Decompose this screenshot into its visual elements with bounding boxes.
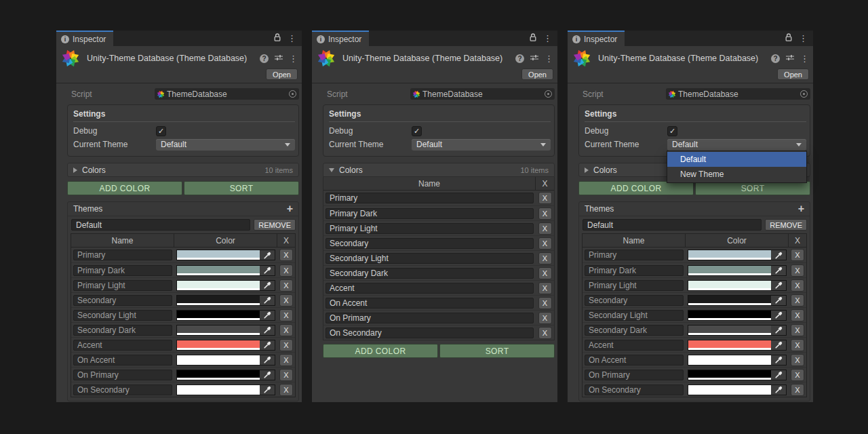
presets-icon[interactable] bbox=[785, 54, 795, 64]
script-object-field[interactable]: ThemeDatabase bbox=[155, 88, 299, 100]
current-theme-dropdown[interactable]: Default bbox=[667, 139, 806, 151]
lock-icon[interactable] bbox=[273, 33, 281, 44]
color-swatch[interactable] bbox=[688, 310, 787, 321]
color-name-input[interactable]: Accent bbox=[73, 340, 172, 351]
color-name-input[interactable]: Secondary Light bbox=[326, 253, 534, 264]
object-picker-icon[interactable] bbox=[289, 90, 296, 98]
color-name-input[interactable]: On Primary bbox=[326, 313, 534, 323]
color-swatch[interactable] bbox=[176, 280, 275, 291]
eyedropper-icon[interactable] bbox=[771, 326, 786, 335]
color-name-input[interactable]: Primary bbox=[585, 250, 684, 260]
delete-color-button[interactable]: X bbox=[791, 354, 804, 366]
color-name-input[interactable]: On Accent bbox=[585, 355, 684, 366]
kebab-menu-icon[interactable] bbox=[543, 34, 552, 43]
kebab-menu-icon[interactable] bbox=[800, 54, 809, 63]
color-name-input[interactable]: Secondary Light bbox=[585, 310, 684, 321]
eyedropper-icon[interactable] bbox=[771, 250, 786, 260]
delete-color-button[interactable]: X bbox=[791, 279, 804, 292]
add-theme-icon[interactable] bbox=[798, 203, 804, 214]
delete-color-button[interactable]: X bbox=[538, 282, 552, 294]
delete-color-button[interactable]: X bbox=[791, 384, 804, 396]
color-name-input[interactable]: Secondary bbox=[73, 295, 172, 306]
current-theme-dropdown[interactable]: Default bbox=[156, 139, 295, 151]
debug-checkbox[interactable] bbox=[156, 126, 166, 136]
eyedropper-icon[interactable] bbox=[260, 355, 275, 365]
color-name-input[interactable]: On Secondary bbox=[585, 384, 684, 395]
eyedropper-icon[interactable] bbox=[260, 281, 275, 290]
eyedropper-icon[interactable] bbox=[771, 311, 786, 320]
help-icon[interactable] bbox=[260, 54, 269, 63]
eyedropper-icon[interactable] bbox=[260, 370, 275, 380]
color-swatch[interactable] bbox=[688, 295, 787, 306]
color-swatch[interactable] bbox=[688, 384, 787, 395]
eyedropper-icon[interactable] bbox=[771, 281, 786, 290]
color-swatch[interactable] bbox=[688, 370, 787, 380]
sort-button[interactable]: SORT bbox=[184, 181, 299, 195]
color-name-input[interactable]: Secondary Light bbox=[73, 310, 172, 321]
delete-color-button[interactable]: X bbox=[791, 294, 804, 307]
lock-icon[interactable] bbox=[529, 33, 537, 44]
open-button[interactable]: Open bbox=[521, 68, 553, 80]
eyedropper-icon[interactable] bbox=[771, 385, 786, 395]
script-object-field[interactable]: ThemeDatabase bbox=[666, 88, 810, 100]
remove-theme-button[interactable]: REMOVE bbox=[765, 219, 807, 231]
delete-color-button[interactable]: X bbox=[279, 369, 293, 381]
color-swatch[interactable] bbox=[176, 340, 275, 351]
eyedropper-icon[interactable] bbox=[771, 355, 786, 365]
open-button[interactable]: Open bbox=[777, 68, 809, 80]
color-name-input[interactable]: On Accent bbox=[326, 298, 534, 309]
color-name-input[interactable]: Secondary Dark bbox=[73, 325, 172, 336]
object-picker-icon[interactable] bbox=[545, 90, 552, 98]
colors-foldout[interactable]: Colors 10 items bbox=[323, 163, 555, 177]
color-name-input[interactable]: Secondary Dark bbox=[585, 325, 684, 336]
add-color-button[interactable]: ADD COLOR bbox=[323, 344, 438, 358]
delete-color-button[interactable]: X bbox=[791, 339, 804, 351]
color-swatch[interactable] bbox=[688, 280, 787, 291]
color-swatch[interactable] bbox=[176, 325, 275, 336]
color-name-input[interactable]: On Secondary bbox=[73, 384, 172, 395]
delete-color-button[interactable]: X bbox=[538, 312, 552, 324]
tab-inspector[interactable]: Inspector bbox=[56, 31, 113, 46]
delete-color-button[interactable]: X bbox=[538, 297, 552, 309]
debug-checkbox[interactable] bbox=[412, 126, 422, 136]
presets-icon[interactable] bbox=[274, 54, 283, 64]
color-name-input[interactable]: Primary Light bbox=[326, 223, 534, 234]
color-swatch[interactable] bbox=[688, 325, 787, 336]
add-color-button[interactable]: ADD COLOR bbox=[67, 181, 182, 195]
color-name-input[interactable]: Accent bbox=[326, 283, 534, 294]
eyedropper-icon[interactable] bbox=[771, 370, 786, 380]
eyedropper-icon[interactable] bbox=[771, 340, 786, 350]
delete-color-button[interactable]: X bbox=[279, 264, 293, 277]
delete-color-button[interactable]: X bbox=[279, 339, 293, 351]
eyedropper-icon[interactable] bbox=[260, 250, 275, 260]
kebab-menu-icon[interactable] bbox=[289, 54, 298, 63]
add-color-button[interactable]: ADD COLOR bbox=[578, 181, 694, 195]
color-swatch[interactable] bbox=[176, 370, 275, 380]
script-object-field[interactable]: ThemeDatabase bbox=[410, 88, 555, 100]
color-name-input[interactable]: Accent bbox=[585, 340, 684, 351]
eyedropper-icon[interactable] bbox=[260, 385, 275, 395]
color-swatch[interactable] bbox=[176, 310, 275, 321]
add-theme-icon[interactable] bbox=[287, 203, 293, 214]
presets-icon[interactable] bbox=[530, 54, 539, 64]
delete-color-button[interactable]: X bbox=[538, 267, 552, 279]
theme-name-input[interactable]: Default bbox=[583, 219, 762, 231]
delete-color-button[interactable]: X bbox=[279, 354, 293, 366]
color-swatch[interactable] bbox=[176, 355, 275, 366]
color-swatch[interactable] bbox=[176, 250, 275, 260]
color-swatch[interactable] bbox=[688, 265, 787, 276]
color-swatch[interactable] bbox=[176, 384, 275, 395]
eyedropper-icon[interactable] bbox=[260, 311, 275, 320]
sort-button[interactable]: SORT bbox=[439, 344, 555, 358]
color-name-input[interactable]: On Primary bbox=[585, 370, 684, 380]
delete-color-button[interactable]: X bbox=[538, 237, 552, 250]
color-name-input[interactable]: Primary Light bbox=[585, 280, 684, 291]
delete-color-button[interactable]: X bbox=[279, 309, 293, 321]
color-name-input[interactable]: Primary Dark bbox=[326, 208, 534, 219]
delete-color-button[interactable]: X bbox=[791, 324, 804, 336]
color-name-input[interactable]: On Accent bbox=[73, 355, 172, 366]
delete-color-button[interactable]: X bbox=[538, 327, 552, 339]
theme-name-input[interactable]: Default bbox=[71, 219, 250, 231]
delete-color-button[interactable]: X bbox=[279, 294, 293, 307]
color-name-input[interactable]: Primary Light bbox=[73, 280, 172, 291]
